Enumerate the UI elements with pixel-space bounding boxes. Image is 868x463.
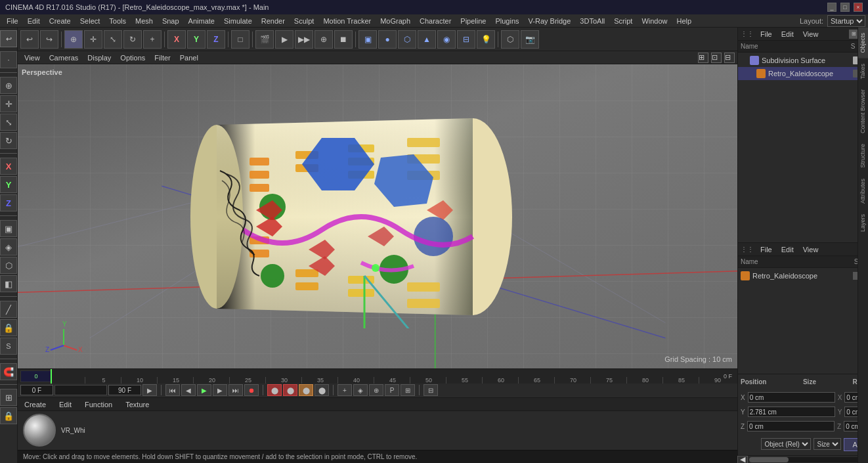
lock-btn[interactable]: 🔒 [0, 407, 17, 424]
cube-mode[interactable]: ▣ [0, 220, 17, 237]
pos-x-input[interactable] [748, 392, 835, 403]
obj-menu-edit[interactable]: Edit [779, 29, 796, 39]
scale-tool[interactable]: ⤡ [0, 114, 17, 131]
timeline-bar[interactable] [54, 385, 107, 395]
menu-help[interactable]: Help [673, 16, 696, 26]
tl-go-end[interactable]: ⏭ [228, 384, 243, 396]
transform-mode[interactable]: + [143, 30, 162, 49]
viewport-canvas[interactable]: Y X Z Perspective Grid Spacing : 10 cm [18, 64, 737, 368]
tl-key-btn2[interactable]: ◈ [353, 384, 368, 396]
cone-prim[interactable]: ▲ [418, 30, 436, 49]
viewport-icon-3[interactable]: ⊟ [724, 53, 735, 63]
bottom-scrollbar[interactable]: ◀ ▶ [737, 455, 868, 463]
surface-mode[interactable]: ◈ [0, 238, 17, 255]
obj-row-subdivision[interactable]: Subdivision Surface ✓ [738, 54, 868, 67]
menu-snap[interactable]: Snap [158, 16, 183, 26]
menu-select[interactable]: Select [76, 16, 104, 26]
rotate-mode[interactable]: ↻ [123, 30, 142, 49]
scrollbar-thumb[interactable] [749, 457, 789, 462]
layout-selector[interactable]: Startup [827, 15, 865, 27]
tool-1[interactable]: ╱ [0, 301, 17, 318]
menu-motion-tracker[interactable]: Motion Tracker [319, 16, 375, 26]
grid-tool[interactable]: ⊞ [0, 389, 17, 406]
tl-end-btn[interactable]: ▶ [142, 384, 157, 396]
coord-mode-select[interactable]: Object (Rel) [761, 438, 811, 450]
viewport-menu-view[interactable]: View [20, 53, 44, 63]
render-region[interactable]: 🎬 [255, 30, 274, 49]
mat-menu-function[interactable]: Function [81, 399, 116, 410]
move-mode[interactable]: ✛ [84, 30, 102, 49]
menu-pipeline[interactable]: Pipeline [456, 16, 490, 26]
tl-record-rot[interactable]: ⬤ [283, 384, 297, 396]
size-mode-select[interactable]: Size [814, 438, 841, 450]
menu-script[interactable]: Script [610, 16, 636, 26]
tl-key-btn5[interactable]: ⊞ [401, 384, 415, 396]
attr-menu-file[interactable]: File [758, 244, 775, 255]
tl-go-start[interactable]: ⏮ [165, 384, 180, 396]
tl-layout-btn[interactable]: ⊟ [423, 384, 438, 396]
tab-takes[interactable]: Takes [858, 58, 868, 85]
obj-menu-view[interactable]: View [800, 29, 821, 39]
menu-character[interactable]: Character [416, 16, 455, 26]
tl-record-auto[interactable]: ⬤ [315, 384, 329, 396]
rotate-tool[interactable]: ↻ [0, 132, 17, 149]
render-all[interactable]: ▶▶ [295, 30, 313, 49]
plane-prim[interactable]: ⊟ [457, 30, 475, 49]
menu-sculpt[interactable]: Sculpt [290, 16, 318, 26]
undo-button[interactable]: ↩ [0, 30, 17, 47]
timeline-ruler[interactable]: 0 5 10 15 20 25 30 35 40 45 50 55 [18, 369, 737, 384]
tl-play[interactable]: ▶ [197, 384, 211, 396]
torus-prim[interactable]: ◉ [437, 30, 456, 49]
viewport-icon-2[interactable]: ⊡ [711, 53, 722, 63]
extra-2[interactable]: 📷 [521, 30, 539, 49]
viewport-menu-display[interactable]: Display [83, 53, 115, 63]
timeline-frame-indicator[interactable]: 0 [20, 370, 52, 382]
tab-layers[interactable]: Layers [858, 209, 868, 237]
render-viewport[interactable]: ⊕ [315, 30, 333, 49]
menu-window[interactable]: Window [638, 16, 671, 26]
mat-menu-edit[interactable]: Edit [55, 399, 76, 410]
viewport-menu-panel[interactable]: Panel [176, 53, 202, 63]
tl-record-pos[interactable]: ⬤ [267, 384, 282, 396]
menu-file[interactable]: File [3, 16, 22, 26]
timeline-current-frame[interactable] [20, 385, 53, 395]
tl-record-scale[interactable]: ⬤ [299, 384, 313, 396]
close-button[interactable]: × [854, 3, 863, 12]
mat-menu-texture[interactable]: Texture [121, 399, 153, 410]
menu-render[interactable]: Render [257, 16, 289, 26]
tab-objects[interactable]: Objects [858, 28, 868, 58]
material-preview[interactable] [23, 414, 56, 447]
select-mode[interactable]: ⊕ [64, 30, 83, 49]
redo-tb[interactable]: ↪ [40, 30, 58, 49]
light-prim[interactable]: 💡 [477, 30, 495, 49]
edge-mode[interactable]: ◧ [0, 275, 17, 292]
viewport-menu-filter[interactable]: Filter [150, 53, 174, 63]
move-tool[interactable]: ✛ [0, 95, 17, 112]
obj-menu-file[interactable]: File [758, 29, 775, 39]
timeline-playhead[interactable] [51, 369, 52, 384]
x-axis-btn[interactable]: X [0, 158, 17, 175]
minimize-button[interactable]: _ [827, 3, 836, 12]
render-prev[interactable]: ▶ [275, 30, 293, 49]
extra-1[interactable]: ⬡ [501, 30, 519, 49]
tab-attributes[interactable]: Attributes [858, 173, 868, 209]
menu-3dtoall[interactable]: 3DToAll [576, 16, 609, 26]
menu-vray[interactable]: V-Ray Bridge [525, 16, 575, 26]
tl-prev-frame[interactable]: ◀ [181, 384, 196, 396]
menu-mesh[interactable]: Mesh [131, 16, 157, 26]
menu-tools[interactable]: Tools [105, 16, 130, 26]
render-stop[interactable]: ⏹ [334, 30, 353, 49]
menu-create[interactable]: Create [45, 16, 75, 26]
zbtn[interactable]: Z [207, 30, 225, 49]
poly-mode[interactable]: ⬡ [0, 257, 17, 274]
scrollbar-track[interactable] [749, 457, 868, 462]
select-tool[interactable]: ⊕ [0, 77, 17, 94]
cyl-prim[interactable]: ⬡ [398, 30, 416, 49]
tl-key-btn4[interactable]: P [385, 384, 399, 396]
attr-menu-view[interactable]: View [800, 244, 821, 255]
viewport-menu-options[interactable]: Options [116, 53, 149, 63]
attr-menu-edit[interactable]: Edit [779, 244, 796, 255]
menu-edit[interactable]: Edit [24, 16, 44, 26]
tab-structure[interactable]: Structure [858, 139, 868, 173]
tool-3[interactable]: S [0, 338, 17, 355]
